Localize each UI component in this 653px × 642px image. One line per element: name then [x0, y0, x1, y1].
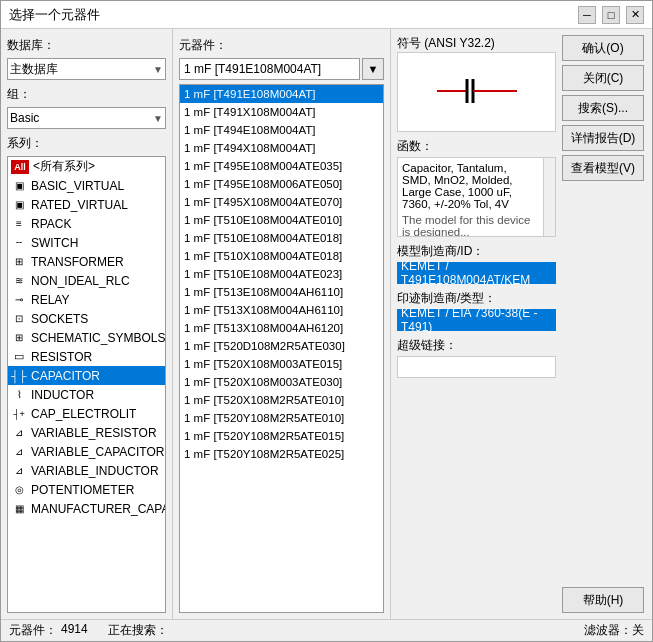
- series-item[interactable]: ⊞SCHEMATIC_SYMBOLS: [8, 328, 165, 347]
- help-button[interactable]: 帮助(H): [562, 587, 644, 613]
- series-item-label: SOCKETS: [31, 312, 88, 326]
- comp-count-item: 元器件： 4914: [9, 622, 88, 639]
- hyperlink-box[interactable]: [397, 356, 556, 378]
- symbol-section: 符号 (ANSI Y32.2): [397, 35, 556, 132]
- series-icon: ⊞: [11, 255, 27, 269]
- function-scrollbar[interactable]: [543, 158, 555, 236]
- comp-item[interactable]: 1 mF [T520X108M003ATE015]: [180, 355, 383, 373]
- model-button[interactable]: 查看模型(V): [562, 155, 644, 181]
- series-icon: ▭: [11, 350, 27, 364]
- middle-panel: 元器件： 1 mF [T491E108M004AT] ▼ 1 mF [T491E…: [173, 29, 391, 619]
- maximize-button[interactable]: □: [602, 6, 620, 24]
- database-select[interactable]: 主数据库 ▼: [7, 58, 166, 80]
- search-button[interactable]: 搜索(S)...: [562, 95, 644, 121]
- series-item[interactable]: ≋NON_IDEAL_RLC: [8, 271, 165, 290]
- close-button[interactable]: ✕: [626, 6, 644, 24]
- comp-item[interactable]: 1 mF [T510E108M004ATE023]: [180, 265, 383, 283]
- comp-search-box[interactable]: 1 mF [T491E108M004AT]: [179, 58, 360, 80]
- series-item[interactable]: ╌SWITCH: [8, 233, 165, 252]
- searching-label: 正在搜索：: [108, 622, 168, 639]
- series-item-label: TRANSFORMER: [31, 255, 124, 269]
- comp-item[interactable]: 1 mF [T513X108M004AH6120]: [180, 319, 383, 337]
- series-item[interactable]: ⊡SOCKETS: [8, 309, 165, 328]
- series-item[interactable]: ▦MANUFACTURER_CAPA...: [8, 499, 165, 518]
- series-icon: ▣: [11, 179, 27, 193]
- comp-item[interactable]: 1 mF [T510E108M004ATE010]: [180, 211, 383, 229]
- series-icon: ⊸: [11, 293, 27, 307]
- comp-item[interactable]: 1 mF [T495E108M006ATE050]: [180, 175, 383, 193]
- series-item[interactable]: ▭RESISTOR: [8, 347, 165, 366]
- filter-icon: ▼: [368, 63, 379, 75]
- series-item[interactable]: ⊿VARIABLE_CAPACITOR: [8, 442, 165, 461]
- status-bar: 元器件： 4914 正在搜索： 滤波器：关: [1, 619, 652, 641]
- series-item[interactable]: ▣RATED_VIRTUAL: [8, 195, 165, 214]
- comp-item[interactable]: 1 mF [T520Y108M2R5ATE015]: [180, 427, 383, 445]
- series-item[interactable]: ▣BASIC_VIRTUAL: [8, 176, 165, 195]
- series-icon: ⌇: [11, 388, 27, 402]
- comp-item[interactable]: 1 mF [T510E108M004ATE018]: [180, 229, 383, 247]
- series-item-label: CAPACITOR: [31, 369, 100, 383]
- comp-item[interactable]: 1 mF [T495E108M004ATE035]: [180, 157, 383, 175]
- model-title: 模型制造商/ID：: [397, 243, 556, 260]
- series-item-label: RPACK: [31, 217, 71, 231]
- title-bar-controls: ─ □ ✕: [578, 6, 644, 24]
- filter-item: 滤波器：关: [584, 622, 644, 639]
- series-item[interactable]: ┤+CAP_ELECTROLIT: [8, 404, 165, 423]
- comp-item[interactable]: 1 mF [T520D108M2R5ATE030]: [180, 337, 383, 355]
- group-select[interactable]: Basic ▼: [7, 107, 166, 129]
- series-item-label: RESISTOR: [31, 350, 92, 364]
- group-label: 组：: [7, 86, 166, 103]
- capacitor-symbol: [437, 66, 517, 119]
- main-content: 数据库： 主数据库 ▼ 组： Basic ▼ 系列： All<所有系列>▣BAS…: [1, 29, 652, 619]
- series-icon: ≋: [11, 274, 27, 288]
- confirm-button[interactable]: 确认(O): [562, 35, 644, 61]
- comp-item[interactable]: 1 mF [T520X108M003ATE030]: [180, 373, 383, 391]
- series-icon: ≡: [11, 217, 27, 231]
- comp-search-row: 1 mF [T491E108M004AT] ▼: [179, 58, 384, 80]
- comp-item[interactable]: 1 mF [T520Y108M2R5ATE025]: [180, 445, 383, 463]
- series-item[interactable]: All<所有系列>: [8, 157, 165, 176]
- series-icon: ⊡: [11, 312, 27, 326]
- series-item[interactable]: ⌇INDUCTOR: [8, 385, 165, 404]
- series-icon: ⊿: [11, 445, 27, 459]
- comp-item[interactable]: 1 mF [T494E108M004AT]: [180, 121, 383, 139]
- filter-label: 滤波器：关: [584, 622, 644, 639]
- comp-item[interactable]: 1 mF [T491E108M004AT]: [180, 85, 383, 103]
- minimize-button[interactable]: ─: [578, 6, 596, 24]
- series-item-label: BASIC_VIRTUAL: [31, 179, 124, 193]
- series-item[interactable]: ⊞TRANSFORMER: [8, 252, 165, 271]
- series-icon: ▦: [11, 502, 27, 516]
- comp-item[interactable]: 1 mF [T520Y108M2R5ATE010]: [180, 409, 383, 427]
- series-list[interactable]: All<所有系列>▣BASIC_VIRTUAL▣RATED_VIRTUAL≡RP…: [7, 156, 166, 613]
- series-item-label: VARIABLE_RESISTOR: [31, 426, 157, 440]
- series-icon: ⊿: [11, 426, 27, 440]
- series-item-label: NON_IDEAL_RLC: [31, 274, 130, 288]
- comp-item[interactable]: 1 mF [T520X108M2R5ATE010]: [180, 391, 383, 409]
- comp-item[interactable]: 1 mF [T494X108M004AT]: [180, 139, 383, 157]
- comp-item[interactable]: 1 mF [T513E108M004AH6110]: [180, 283, 383, 301]
- series-item-label: <所有系列>: [33, 158, 95, 175]
- series-item[interactable]: ⊿VARIABLE_INDUCTOR: [8, 461, 165, 480]
- series-item[interactable]: ┤├CAPACITOR: [8, 366, 165, 385]
- buttons-panel: 确认(O) 关闭(C) 搜索(S)... 详情报告(D) 查看模型(V) 帮助(…: [562, 29, 652, 619]
- series-item[interactable]: ≡RPACK: [8, 214, 165, 233]
- component-list[interactable]: 1 mF [T491E108M004AT]1 mF [T491X108M004A…: [179, 84, 384, 613]
- series-item-label: VARIABLE_CAPACITOR: [31, 445, 164, 459]
- series-item[interactable]: ⊸RELAY: [8, 290, 165, 309]
- group-dropdown-icon: ▼: [153, 113, 163, 124]
- comp-item[interactable]: 1 mF [T513X108M004AH6110]: [180, 301, 383, 319]
- comp-item[interactable]: 1 mF [T510X108M004ATE018]: [180, 247, 383, 265]
- comp-search-button[interactable]: ▼: [362, 58, 384, 80]
- comp-item[interactable]: 1 mF [T495X108M004ATE070]: [180, 193, 383, 211]
- series-icon: ┤├: [11, 369, 27, 383]
- series-item[interactable]: ⊿VARIABLE_RESISTOR: [8, 423, 165, 442]
- detail-button[interactable]: 详情报告(D): [562, 125, 644, 151]
- series-item-label: VARIABLE_INDUCTOR: [31, 464, 159, 478]
- comp-item[interactable]: 1 mF [T491X108M004AT]: [180, 103, 383, 121]
- footprint-value: KEMET / EIA 7360-38(E - T491): [397, 309, 556, 331]
- footprint-section: 印迹制造商/类型： KEMET / EIA 7360-38(E - T491): [397, 290, 556, 331]
- hyperlink-title: 超级链接：: [397, 337, 556, 354]
- close-button-action[interactable]: 关闭(C): [562, 65, 644, 91]
- function-title: 函数：: [397, 138, 556, 155]
- series-item[interactable]: ◎POTENTIOMETER: [8, 480, 165, 499]
